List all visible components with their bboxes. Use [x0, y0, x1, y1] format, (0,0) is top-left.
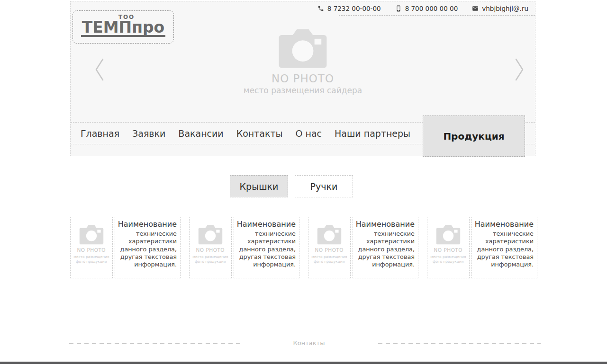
bottom-bar	[0, 362, 607, 364]
product-card[interactable]: NO PHOTO место размещения фото продукции…	[427, 217, 537, 278]
product-card[interactable]: NO PHOTO место размещения фото продукции…	[70, 217, 181, 278]
card-photo-caption: место размещения фото продукции	[310, 255, 348, 264]
product-photo-placeholder: NO PHOTO место размещения фото продукции	[189, 217, 232, 278]
card-photo-caption: место размещения фото продукции	[72, 255, 110, 264]
nav-item-kontakty[interactable]: Контакты	[236, 128, 283, 139]
phone-landline-number: 8 7232 00-00-00	[327, 5, 381, 12]
product-photo-placeholder: NO PHOTO место размещения фото продукции	[70, 217, 113, 278]
topbar-contacts: 8 7232 00-00-00 8 700 000 00 00 vhbjbigh…	[339, 3, 535, 16]
envelope-icon	[472, 5, 479, 12]
nav-item-vakansii[interactable]: Вакансии	[178, 128, 223, 139]
product-card[interactable]: NO PHOTO место размещения фото продукции…	[189, 217, 299, 278]
slider-no-photo-label: NO PHOTO	[71, 72, 535, 85]
product-info: Наименование технические харатеристики д…	[353, 217, 418, 278]
card-photo-caption: место размещения фото продукции	[191, 255, 229, 264]
page: 8 7232 00-00-00 8 700 000 00 00 vhbjbigh…	[0, 0, 607, 364]
product-photo-placeholder: NO PHOTO место размещения фото продукции	[427, 217, 470, 278]
hero-slider-section: 8 7232 00-00-00 8 700 000 00 00 vhbjbigh…	[70, 1, 535, 156]
nav-item-produkciya-active[interactable]: Продукция	[423, 115, 525, 157]
phone-mobile[interactable]: 8 700 000 00 00	[395, 5, 458, 12]
product-description: технические харатеристики данного раздел…	[237, 230, 296, 268]
filter-kryshki-button[interactable]: Крышки	[230, 175, 288, 197]
product-description: технические харатеристики данного раздел…	[356, 230, 415, 268]
phone-icon	[317, 5, 324, 12]
phone-landline[interactable]: 8 7232 00-00-00	[317, 5, 381, 12]
email-address: vhbjbighjl@.ru	[482, 5, 528, 12]
filter-ruchki-button[interactable]: Ручки	[295, 175, 353, 197]
product-info: Наименование технические харатеристики д…	[115, 217, 181, 278]
card-no-photo-label: NO PHOTO	[434, 247, 463, 253]
product-title: Наименование	[118, 220, 177, 229]
card-no-photo-label: NO PHOTO	[196, 247, 225, 253]
camera-icon	[316, 224, 343, 245]
camera-icon	[197, 224, 224, 245]
footer-contacts-heading: Контакты	[271, 339, 347, 346]
product-title: Наименование	[475, 220, 534, 229]
mobile-phone-icon	[395, 5, 402, 12]
card-no-photo-label: NO PHOTO	[315, 247, 344, 253]
camera-icon	[435, 224, 462, 245]
footer-divider-left	[69, 343, 243, 344]
nav-item-o-nas[interactable]: О нас	[296, 128, 322, 139]
product-description: технические харатеристики данного раздел…	[118, 230, 177, 268]
email-contact[interactable]: vhbjbighjl@.ru	[472, 5, 528, 12]
nav-item-nashi-partnery[interactable]: Наши партнеры	[335, 128, 410, 139]
card-photo-caption: место размещения фото продукции	[429, 255, 467, 264]
slider-caption: место размещения сайдера	[71, 86, 535, 95]
product-title: Наименование	[356, 220, 415, 229]
product-description: технические харатеристики данного раздел…	[475, 230, 534, 268]
footer-divider-right	[378, 343, 541, 344]
camera-icon	[78, 224, 105, 245]
nav-item-glavnaya[interactable]: Главная	[81, 128, 119, 139]
nav-item-zayavki[interactable]: Заявки	[132, 128, 165, 139]
card-no-photo-label: NO PHOTO	[77, 247, 106, 253]
product-card[interactable]: NO PHOTO место размещения фото продукции…	[308, 217, 418, 278]
product-title: Наименование	[237, 220, 296, 229]
slider-placeholder: NO PHOTO место размещения сайдера	[71, 28, 535, 95]
product-info: Наименование технические харатеристики д…	[234, 217, 299, 278]
phone-mobile-number: 8 700 000 00 00	[405, 5, 458, 12]
product-photo-placeholder: NO PHOTO место размещения фото продукции	[308, 217, 351, 278]
camera-icon	[276, 28, 329, 69]
product-info: Наименование технические харатеристики д…	[471, 217, 537, 278]
